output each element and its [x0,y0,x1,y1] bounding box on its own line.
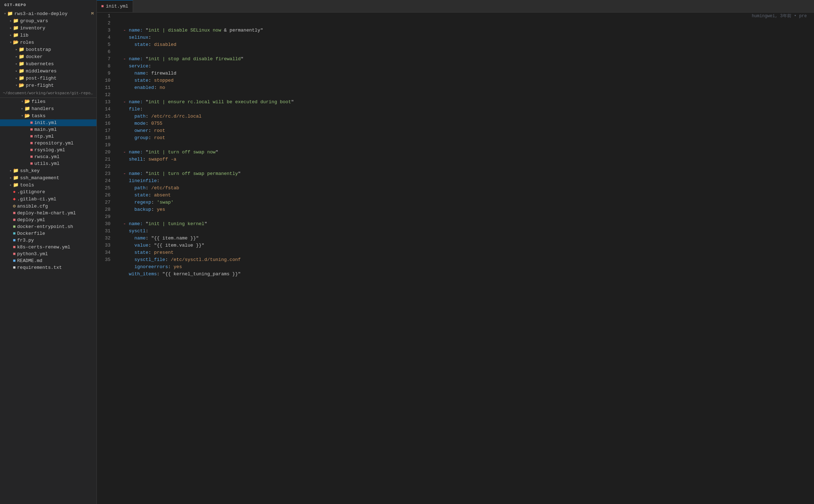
sidebar-item-group_vars[interactable]: ▸📁group_vars [0,17,96,24]
yaml-icon: ■ [13,244,16,250]
chevron-icon: ▸ [14,47,19,52]
line-numbers: 1234567891011121314151617181920212223242… [97,13,115,504]
sidebar-item-rwsca.yml[interactable]: ■rwsca.yml [0,153,96,160]
sidebar-item-files[interactable]: ▾📂files [0,98,96,105]
chevron-icon: ▾ [14,83,19,87]
chevron-icon: ▸ [14,62,19,66]
line-number: 14 [97,106,110,113]
chevron-icon: ▸ [9,176,13,180]
chevron-icon: ▾ [3,11,7,16]
sidebar-item-rws3-ai-node-deploy[interactable]: ▾📁rws3-ai-node-deployM [0,10,96,17]
sidebar-item-bootstrap[interactable]: ▸📁bootstrap [0,46,96,53]
sidebar-item-main.yml[interactable]: ■main.yml [0,126,96,133]
sidebar-item-.gitignore[interactable]: ●.gitignore [0,189,96,195]
code-line: state: absent [118,192,814,199]
line-number: 35 [97,256,110,263]
line-number: 25 [97,185,110,192]
sidebar-item-tools[interactable]: ▸📁tools [0,181,96,189]
sidebar-item-inventory[interactable]: ▸📁inventory [0,24,96,32]
sidebar-item-.gitlab-ci.yml[interactable]: ◆.gitlab-ci.yml [0,195,96,203]
sidebar-item-utils.yml[interactable]: ■utils.yml [0,160,96,167]
sidebar-item-roles[interactable]: ▾📂roles [0,39,96,46]
sidebar-item-label: tasks [32,113,96,119]
sidebar-item-k8s-certs-renew.yml[interactable]: ■k8s-certs-renew.yml [0,244,96,251]
line-number: 30 [97,220,110,228]
code-line: backup: yes [118,206,814,213]
chevron-icon: ▸ [9,19,13,23]
sidebar-item-Dockerfile[interactable]: ■Dockerfile [0,230,96,237]
code-line: mode: 0755 [118,120,814,127]
sidebar-item-label: deploy-helm-chart.yml [17,210,96,216]
sidebar-item-deploy-helm-chart.yml[interactable]: ■deploy-helm-chart.yml [0,210,96,217]
sidebar-item-middlewares[interactable]: ▸📁middlewares [0,67,96,75]
folder-icon: 📁 [24,106,30,111]
sidebar-item-kubernetes[interactable]: ▸📁kubernetes [0,60,96,67]
sidebar-item-repository.yml[interactable]: ■repository.yml [0,140,96,147]
yaml-icon: ■ [30,127,33,132]
sidebar-item-tasks[interactable]: ▾📂tasks [0,112,96,119]
sidebar-item-handlers[interactable]: ▸📁handlers [0,105,96,112]
blame-info: humingwei, 3年前 • pre [752,13,807,20]
sidebar-item-label: README.md [17,258,96,263]
line-number: 9 [97,70,110,77]
line-number: 34 [97,249,110,256]
sidebar-item-requirements.txt[interactable]: ■requirements.txt [0,264,96,271]
sidebar-item-init.yml[interactable]: ■init.yml [0,119,96,126]
sidebar-item-deploy.yml[interactable]: ■deploy.yml [0,217,96,223]
yaml-icon: ■ [30,161,33,166]
sidebar-item-README.md[interactable]: ■README.md [0,257,96,264]
sidebar-item-label: files [32,99,96,104]
sidebar-item-ntp.yml[interactable]: ■ntp.yml [0,133,96,140]
code-content: - name: "init | disable SELinux now & pe… [115,13,814,504]
chevron-icon: ▸ [20,106,24,111]
sidebar-item-lib[interactable]: ▸📁lib [0,32,96,39]
line-number: 32 [97,235,110,242]
tab-file-icon: ■ [101,4,104,9]
folder-icon: 📂 [19,82,24,88]
code-line: with_items: "{{ kernel_tuning_params }}" [118,271,814,278]
sidebar-item-fr3.py[interactable]: ■fr3.py [0,237,96,244]
sidebar-item-post-flight[interactable]: ▸📁post-flight [0,75,96,82]
chevron-icon: ▸ [14,76,19,80]
sidebar-item-label: Dockerfile [17,231,96,236]
line-number: 15 [97,113,110,120]
code-line: - name: "init | turn off swap permanentl… [118,170,814,177]
sidebar-item-label: rsyslog.yml [34,147,96,153]
blame-author: humingwei, 3年前 • pre [752,14,807,19]
tab-init-yml[interactable]: ■ init.yml [97,0,133,12]
folder-icon: 📁 [19,47,24,52]
sidebar-item-docker[interactable]: ▸📁docker [0,53,96,60]
code-line: state: disabled [118,41,814,48]
python-icon: ■ [13,238,16,243]
sidebar-item-label: .gitignore [17,189,96,195]
sidebar-item-label: .gitlab-ci.yml [17,196,96,202]
sidebar-item-ansible.cfg[interactable]: ⚙ansible.cfg [0,203,96,210]
sidebar-item-docker-entrypoint.sh[interactable]: ■docker-entrypoint.sh [0,223,96,230]
sidebar-item-label: utils.yml [34,161,96,166]
sidebar-item-label: group_vars [20,18,96,24]
sidebar-item-pre-flight[interactable]: ▾📂pre-flight [0,82,96,89]
sidebar-item-rsyslog.yml[interactable]: ■rsyslog.yml [0,147,96,153]
chevron-icon: ▸ [14,69,19,73]
sidebar-item-ssh_key[interactable]: ▸📁ssh_key [0,167,96,174]
line-number: 6 [97,48,110,56]
line-number: 27 [97,199,110,206]
sidebar-item-label: docker [26,54,96,60]
sidebar-item-label: fr3.py [17,238,96,243]
folder-icon: 📁 [13,168,19,173]
sidebar-item-label: docker-entrypoint.sh [17,224,96,229]
sidebar-item-label: main.yml [34,127,96,132]
folder-icon: 📁 [19,54,24,60]
line-number: 11 [97,84,110,91]
yaml-icon: ■ [13,210,16,216]
gear-icon: ⚙ [13,203,16,209]
chevron-icon: ▾ [20,99,24,104]
line-number: 3 [97,27,110,34]
line-number: 10 [97,77,110,84]
code-line [118,163,814,170]
code-line [118,48,814,56]
code-line: name: firewalld [118,70,814,77]
sidebar-item-ssh_management[interactable]: ▸📁ssh_management [0,174,96,181]
sidebar-item-python3.yml[interactable]: ■python3.yml [0,251,96,257]
folder-icon: 📁 [13,175,19,181]
